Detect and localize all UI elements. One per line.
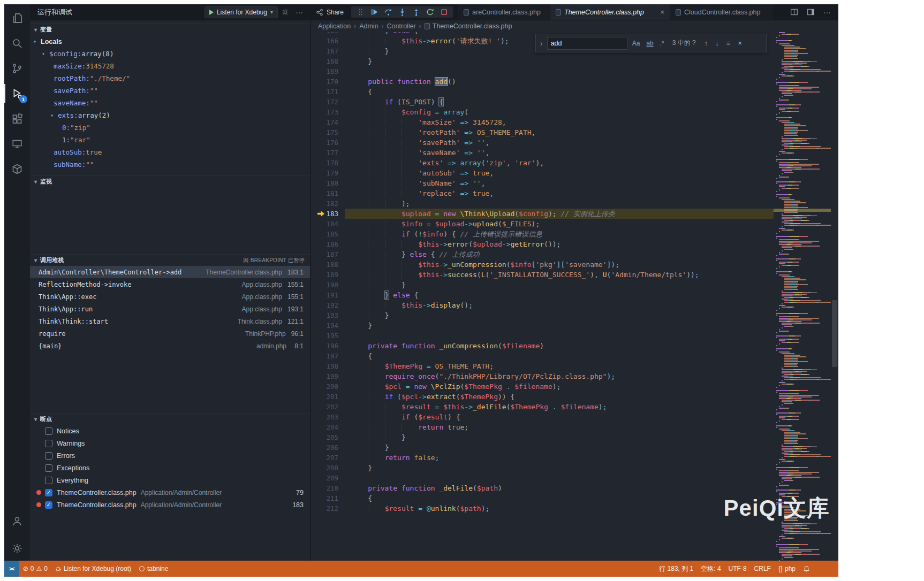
minimap[interactable] [774, 32, 831, 561]
variable-row[interactable]: ▾exts: array(2) [30, 109, 310, 121]
code-line[interactable]: 178 'exts' => array('zip', 'rar'), [310, 158, 774, 168]
notifications-bell-icon[interactable] [799, 565, 814, 572]
layout-icon[interactable] [804, 8, 818, 16]
breadcrumb-item[interactable]: Admin [359, 22, 378, 30]
continue-button[interactable] [368, 6, 381, 18]
code-line[interactable]: 196 private function _unCompression($fil… [310, 341, 774, 351]
stack-frame[interactable]: Admin\Controller\ThemeController->addThe… [30, 266, 310, 278]
debug-config-dropdown[interactable]: Listen for Xdebug ▾ [205, 6, 278, 18]
toggle-replace-icon[interactable]: › [539, 39, 544, 48]
source-control-icon[interactable] [4, 56, 30, 81]
code-line[interactable]: 168 } [310, 56, 774, 66]
close-icon[interactable]: × [657, 8, 664, 16]
problems-status[interactable]: ⊘ 0 ⚠ 0 [19, 561, 51, 577]
code-line[interactable]: 174 'maxSize' => 3145728, [310, 117, 774, 127]
code-line[interactable]: 193 } [310, 310, 774, 320]
indentation-status[interactable]: 空格: 4 [697, 564, 724, 574]
stack-frame[interactable]: Think\App::runApp.class.php193:1 [30, 303, 310, 315]
debug-status[interactable]: Listen for Xdebug (root) [51, 561, 135, 577]
code-line[interactable]: 187 } else { // 上传成功 [310, 249, 774, 259]
breadcrumb-item[interactable]: Application [318, 22, 351, 30]
close-icon[interactable]: × [736, 39, 744, 47]
editor-more-actions-icon[interactable]: ··· [820, 8, 834, 17]
editor-tab[interactable]: areController.class.php [458, 4, 550, 20]
code-line[interactable]: 175 'rootPath' => OS_THEME_PATH, [310, 127, 774, 137]
checkbox-unchecked[interactable] [45, 440, 52, 447]
encoding-status[interactable]: UTF-8 [725, 565, 751, 572]
breakpoint-option-row[interactable]: Errors [30, 449, 310, 462]
code-line[interactable]: 186 $this->error($upload->getError()); [310, 239, 774, 249]
scrollbar-thumb[interactable] [832, 300, 837, 367]
package-icon[interactable] [4, 156, 30, 181]
match-case-icon[interactable]: Aa [631, 39, 642, 48]
code-line[interactable]: 202 $result = $this->_delFile($ThemePkg … [310, 402, 774, 412]
code-line[interactable]: 195 [310, 331, 774, 341]
breadcrumb-file[interactable]: ThemeController.class.php [425, 22, 512, 30]
code-line[interactable]: 203 if ($result) { [310, 412, 774, 422]
breakpoints-section-header[interactable]: ▾ 断点 [30, 413, 310, 425]
breadcrumb-item[interactable]: Controller [387, 22, 416, 30]
variables-section-header[interactable]: ▾ 变量 [30, 24, 310, 35]
stack-frame[interactable]: {main}admin.php8:1 [30, 340, 310, 352]
code-line[interactable]: 185 if (!$info) { // 上传错误提示错误信息 [310, 229, 774, 239]
code-line[interactable]: 189 $this->success(L('_INSTALLATION_SUCC… [310, 270, 774, 280]
remote-explorer-icon[interactable] [4, 131, 30, 156]
language-status[interactable]: {} php [775, 565, 799, 572]
checkbox-checked[interactable]: ✓ [45, 501, 52, 509]
checkbox-unchecked[interactable] [45, 427, 52, 435]
variable-row[interactable]: savePath: "" [30, 85, 310, 97]
editor-tab[interactable]: ThemeController.class.php× [550, 4, 670, 20]
restart-button[interactable] [423, 6, 436, 18]
find-input[interactable] [547, 37, 627, 50]
variable-row[interactable]: subName: "" [30, 158, 310, 171]
stack-frame[interactable]: ReflectionMethod->invokeApp.class.php155… [30, 278, 310, 290]
tabnine-status[interactable]: tabnine [135, 561, 172, 577]
code-line[interactable]: 206 } [310, 442, 774, 453]
toolbar-grip-handle[interactable] [354, 6, 367, 18]
variable-row[interactable]: maxSize: 3145728 [30, 60, 310, 72]
variable-row[interactable]: rootPath: "./Theme/" [30, 72, 310, 85]
checkbox-unchecked[interactable] [45, 452, 52, 460]
code-line[interactable]: 212 $result = @unlink($path); [310, 503, 774, 514]
share-button[interactable]: Share [310, 4, 349, 20]
split-editor-icon[interactable] [787, 8, 801, 16]
code-line[interactable]: 188 $this->_unCompression($info['pkg']['… [310, 259, 774, 270]
call-stack-section-header[interactable]: ▾ 调用堆栈 因 BREAKPOINT 已暂停 [30, 254, 310, 266]
code-line[interactable]: 177 'saveName' => '', [310, 148, 774, 158]
code-line[interactable]: 210 private function _delFile($path) [310, 483, 774, 493]
code-line[interactable]: 204 return true; [310, 422, 774, 432]
breakpoint-option-row[interactable]: Warnings [30, 437, 310, 449]
find-in-selection-icon[interactable]: ≡ [724, 39, 733, 47]
breakpoint-option-row[interactable]: Exceptions [30, 462, 310, 474]
code-line[interactable]: 180 'subName' => '', [310, 178, 774, 188]
code-line[interactable]: 197 { [310, 351, 774, 361]
code-line[interactable]: 190 } [310, 280, 774, 290]
stack-frame[interactable]: Think\Think::startThink.class.php121:1 [30, 315, 310, 327]
scope-row[interactable]: ▾ Locals [30, 35, 310, 48]
checkbox-unchecked[interactable] [45, 464, 52, 472]
editor-tab[interactable]: CloudController.class.php [670, 4, 774, 20]
stack-frame[interactable]: requireThinkPHP.php96:1 [30, 327, 310, 340]
previous-match-icon[interactable]: ↑ [702, 39, 710, 47]
extensions-icon[interactable] [4, 106, 30, 131]
breakpoint-entry-row[interactable]: ✓ThemeController.class.phpApplication/Ad… [30, 486, 310, 499]
settings-gear-icon[interactable] [4, 536, 30, 561]
step-into-button[interactable] [396, 6, 408, 18]
variable-row[interactable]: ▾$config: array(8) [30, 48, 310, 60]
breakpoint-entry-row[interactable]: ✓ThemeController.class.phpApplication/Ad… [30, 499, 310, 511]
code-line[interactable]: 184 $info = $upload->upload($_FILES); [310, 219, 774, 229]
remote-indicator[interactable]: >< [4, 561, 19, 577]
step-over-button[interactable] [382, 6, 395, 18]
code-line[interactable]: 207 return false; [310, 453, 774, 463]
stop-button[interactable] [437, 6, 450, 18]
code-line[interactable]: 191 } else { [310, 290, 774, 300]
code-line[interactable]: 194 } [310, 320, 774, 331]
account-icon[interactable] [4, 508, 30, 533]
code-line[interactable]: 183 $upload = new \Think\Upload($config)… [310, 209, 774, 219]
code-line[interactable]: 199 require_once("./ThinkPHP/Library/OT/… [310, 371, 774, 381]
code-line[interactable]: 211 { [310, 493, 774, 503]
code-line[interactable]: 209 [310, 473, 774, 483]
variable-row[interactable]: autoSub: true [30, 146, 310, 158]
code-line[interactable]: 176 'savePath' => '', [310, 137, 774, 148]
variable-row[interactable]: saveName: "" [30, 97, 310, 109]
